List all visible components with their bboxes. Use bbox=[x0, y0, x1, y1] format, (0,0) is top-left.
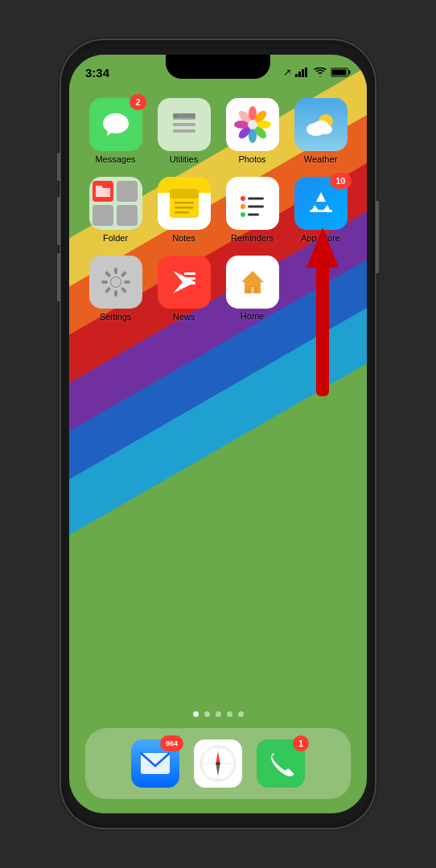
settings-label: Settings bbox=[100, 312, 132, 321]
app-item-messages[interactable]: 2 Messages bbox=[85, 98, 146, 164]
folder-icon[interactable] bbox=[89, 177, 142, 230]
svg-rect-6 bbox=[332, 70, 347, 76]
svg-point-21 bbox=[248, 120, 257, 129]
svg-rect-0 bbox=[295, 74, 298, 77]
svg-rect-27 bbox=[170, 189, 199, 199]
reminders-label: Reminders bbox=[231, 233, 274, 243]
app-item-home[interactable]: Home bbox=[222, 256, 282, 321]
svg-rect-43 bbox=[120, 287, 126, 293]
svg-rect-51 bbox=[184, 277, 195, 280]
svg-rect-35 bbox=[248, 206, 264, 208]
app-item-settings[interactable]: Settings bbox=[85, 256, 146, 321]
svg-point-48 bbox=[111, 277, 121, 287]
svg-rect-45 bbox=[104, 287, 110, 293]
utilities-label: Utilities bbox=[170, 154, 198, 164]
messages-icon[interactable]: 2 bbox=[89, 98, 142, 151]
home-label: Home bbox=[241, 311, 264, 321]
app-item-weather[interactable]: Weather bbox=[290, 98, 351, 164]
utilities-icon[interactable]: 8 bbox=[158, 98, 211, 151]
news-label: News bbox=[173, 312, 195, 321]
dot-5 bbox=[238, 711, 244, 717]
phone-frame: 3:34 ↗ bbox=[61, 40, 375, 828]
svg-rect-47 bbox=[104, 271, 110, 277]
signal-icon bbox=[295, 68, 310, 77]
appstore-badge: 10 bbox=[330, 173, 351, 189]
svg-point-25 bbox=[319, 125, 332, 134]
dot-4 bbox=[227, 711, 232, 717]
svg-point-63 bbox=[216, 762, 220, 765]
svg-point-32 bbox=[241, 196, 245, 201]
svg-rect-3 bbox=[305, 68, 307, 77]
svg-rect-2 bbox=[302, 69, 304, 77]
home-icon[interactable] bbox=[226, 256, 279, 309]
app-item-folder[interactable]: Folder bbox=[85, 177, 146, 243]
mail-badge: 964 bbox=[160, 735, 183, 751]
svg-rect-37 bbox=[248, 214, 259, 216]
svg-rect-30 bbox=[175, 211, 189, 214]
dock-safari[interactable] bbox=[194, 739, 242, 788]
photos-label: Photos bbox=[238, 154, 265, 164]
svg-rect-9 bbox=[173, 129, 195, 133]
messages-label: Messages bbox=[95, 154, 135, 164]
notch bbox=[166, 55, 270, 79]
app-item-utilities[interactable]: 8 Utilities bbox=[154, 98, 214, 164]
red-arrow bbox=[282, 219, 355, 396]
svg-rect-28 bbox=[175, 202, 194, 204]
svg-rect-1 bbox=[298, 72, 301, 77]
phone-badge: 1 bbox=[293, 735, 309, 751]
status-icons: ↗ bbox=[283, 67, 351, 78]
notes-icon[interactable] bbox=[158, 177, 211, 230]
dock-phone[interactable]: 1 bbox=[257, 739, 305, 788]
wifi-icon bbox=[314, 68, 327, 77]
svg-rect-52 bbox=[184, 282, 195, 285]
svg-rect-5 bbox=[349, 71, 351, 75]
settings-icon[interactable] bbox=[89, 256, 142, 309]
phone-screen: 3:34 ↗ bbox=[69, 55, 367, 813]
messages-badge: 2 bbox=[130, 94, 146, 110]
mail-icon[interactable]: 964 bbox=[131, 739, 179, 788]
svg-rect-8 bbox=[173, 123, 195, 126]
svg-text:8: 8 bbox=[175, 114, 177, 119]
svg-rect-29 bbox=[175, 207, 194, 209]
app-item-reminders[interactable]: Reminders bbox=[222, 177, 282, 243]
svg-rect-50 bbox=[184, 272, 195, 275]
svg-rect-44 bbox=[114, 290, 117, 297]
battery-icon bbox=[331, 68, 351, 77]
photos-icon[interactable] bbox=[226, 98, 279, 151]
dock-mail[interactable]: 964 bbox=[131, 739, 179, 788]
location-icon: ↗ bbox=[283, 67, 291, 78]
app-item-news[interactable]: News bbox=[154, 256, 214, 321]
svg-rect-33 bbox=[248, 198, 264, 200]
folder-label: Folder bbox=[103, 233, 128, 243]
dot-2 bbox=[204, 711, 210, 717]
status-time: 3:34 bbox=[85, 66, 109, 80]
svg-point-36 bbox=[241, 212, 245, 217]
svg-rect-38 bbox=[310, 210, 332, 212]
news-icon[interactable] bbox=[158, 256, 211, 309]
phone-icon[interactable]: 1 bbox=[257, 739, 305, 788]
svg-rect-42 bbox=[124, 280, 130, 284]
reminders-icon[interactable] bbox=[226, 177, 279, 230]
page-dots bbox=[69, 711, 367, 717]
app-item-photos[interactable]: Photos bbox=[222, 98, 282, 164]
svg-rect-41 bbox=[120, 271, 126, 277]
svg-point-34 bbox=[241, 204, 245, 209]
safari-icon[interactable] bbox=[194, 739, 242, 788]
dot-1 bbox=[193, 711, 199, 717]
weather-icon[interactable] bbox=[294, 98, 348, 151]
svg-marker-54 bbox=[306, 227, 339, 268]
notes-label: Notes bbox=[172, 233, 195, 243]
svg-rect-40 bbox=[114, 268, 117, 274]
svg-rect-55 bbox=[316, 264, 329, 396]
app-item-notes[interactable]: Notes bbox=[154, 177, 214, 243]
svg-rect-46 bbox=[101, 280, 108, 284]
weather-label: Weather bbox=[304, 154, 337, 164]
dot-3 bbox=[216, 711, 221, 717]
dock: 964 bbox=[85, 728, 351, 799]
